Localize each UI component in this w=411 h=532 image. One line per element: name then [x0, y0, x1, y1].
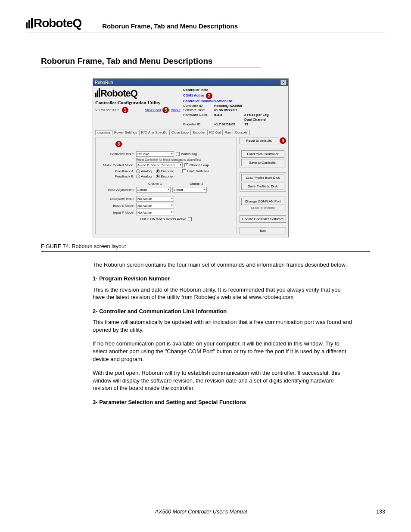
close-icon[interactable]: ×	[280, 80, 286, 85]
window-titlebar: RoboRun ×	[93, 79, 288, 86]
feedback-b-encoder-radio[interactable]: Encoder	[156, 174, 174, 178]
change-com-port-button[interactable]: Change COM/LAN Port	[241, 198, 284, 205]
heading-3: 3- Parameter Selection and Setting and S…	[93, 398, 353, 406]
tab-power-settings[interactable]: Power Settings	[112, 130, 140, 135]
tab-rc-out[interactable]: RC Out	[207, 130, 223, 135]
app-logo: RoboteQ	[95, 88, 181, 99]
callout-2: 2	[206, 93, 212, 99]
tab-run[interactable]: Run	[222, 130, 233, 135]
paragraph-1: This is the revision and date of the Rob…	[93, 286, 353, 301]
controller-info-panel: Controller Info: COM1 Active 2 Controlle…	[183, 88, 286, 127]
input-f-mode-select[interactable]: No Action	[136, 210, 174, 215]
controller-input-select[interactable]: RS 232	[136, 151, 174, 157]
com-selected-text: COM1 is selected	[241, 206, 284, 209]
callout-5: 5	[162, 107, 169, 113]
page-number: 133	[376, 509, 385, 515]
input-e-mode-select[interactable]: No Action	[136, 203, 174, 208]
callout-4: 4	[280, 137, 286, 144]
brand-text: RoboteQ	[34, 16, 81, 30]
feedback-a-encoder-radio[interactable]: Encoder	[156, 169, 174, 173]
paragraph-2b: If no free communication port is availab…	[93, 340, 353, 363]
tab-encoder[interactable]: Encoder	[190, 130, 208, 135]
chanel2-header: Chanel 2	[177, 182, 215, 186]
window-title: RoboRun	[95, 80, 113, 85]
paragraph-2a: This frame will automatically be updated…	[93, 318, 353, 333]
input-f-mode-label: Input F Mode:	[98, 211, 134, 215]
info-heading: Controller Info:	[183, 88, 286, 93]
section-title: Roborun Frame, Tab and Menu Descriptions	[41, 56, 261, 68]
motor-mode-label: Motor Control Mode:	[98, 163, 134, 167]
feedback-b-analog-radio[interactable]: Analog	[136, 174, 152, 178]
screenshot-figure: RoboRun × RoboteQ Controller Configurati…	[93, 78, 291, 237]
controller-input-label: Controller Input:	[98, 152, 134, 156]
out-c-label: Out C ON when Motors Active	[140, 217, 187, 221]
paragraph-2c: With the port open, Roborun will try to …	[93, 369, 353, 392]
body-text: The Roborun screen contains the four mai…	[93, 261, 353, 406]
pinout-link[interactable]: Pinout	[171, 108, 181, 112]
view-card-link[interactable]: View Card	[145, 108, 161, 112]
header-title: Roborun Frame, Tab and Menu Descriptions	[102, 22, 238, 30]
tab-close-loop[interactable]: Close Loop	[169, 130, 191, 135]
com-active: COM1 Active	[183, 93, 204, 98]
input-e-mode-label: Input E Mode:	[98, 204, 134, 208]
page-footer: AX500 Motor Controller User's Manual 133	[26, 509, 385, 515]
tab-rc-ana[interactable]: R/C-Ana Specific	[139, 130, 170, 135]
page-header: RoboteQ Roborun Frame, Tab and Menu Desc…	[26, 16, 385, 32]
callout-3: 3	[115, 141, 122, 147]
tab-controls[interactable]: Controls	[95, 130, 112, 135]
load-profile-button[interactable]: Load Profile from Disk	[241, 174, 284, 181]
exit-button[interactable]: Exit	[240, 227, 286, 234]
watchdog-checkbox[interactable]: WatchDog	[176, 152, 197, 156]
feedback-a-label: Feedback A:	[98, 169, 134, 173]
header-links: View Card 5 Pinout	[145, 107, 181, 113]
feedback-a-analog-radio[interactable]: Analog	[136, 169, 152, 173]
motor-mode-select[interactable]: A and B Speed Separate	[136, 162, 183, 168]
app-header-left: RoboteQ Controller Configuration Utility…	[95, 88, 181, 127]
feedback-b-label: Feedback B:	[98, 174, 134, 178]
reset-note: Reset Controller for these changes to ta…	[136, 158, 234, 161]
save-to-controller-button[interactable]: Save to Controller	[241, 159, 284, 166]
save-profile-button[interactable]: Save Profile to Disk	[241, 183, 284, 190]
input-adj-ch1-select[interactable]: Linear	[136, 187, 171, 193]
estop-label: EStop/Inv Input:	[98, 197, 134, 201]
heading-2: 2- Controller and Communication Link Inf…	[93, 308, 353, 315]
heading-1: 1- Program Revision Number	[93, 275, 353, 283]
controls-panel: 3 Controller Input: RS 232 WatchDog Rese…	[95, 137, 237, 234]
chanel1-header: Chanel 1	[136, 182, 174, 186]
load-from-controller-button[interactable]: Load from Controller	[241, 150, 284, 158]
app-window: RoboRun × RoboteQ Controller Configurati…	[93, 78, 289, 237]
closed-loop-checkbox[interactable]: ✓Closed Loop	[184, 163, 209, 167]
tab-strip: Controls Power Settings R/C-Ana Specific…	[95, 130, 286, 135]
reset-defaults-button[interactable]: Reset to defaults	[240, 137, 278, 144]
intro-paragraph: The Roborun screen contains the four mai…	[93, 261, 353, 269]
figure-caption: FIGURE 74. Roborun screen layout	[41, 243, 385, 249]
callout-1: 1	[122, 107, 128, 113]
input-adjustment-label: Input Adjustment:	[98, 188, 134, 192]
estop-select[interactable]: No Action	[136, 196, 174, 202]
tab-console[interactable]: Console	[233, 130, 249, 135]
brand-logo: RoboteQ	[26, 16, 81, 30]
actions-panel: Reset to defaults 4 Load from Controller…	[240, 137, 286, 234]
limit-switches-checkbox[interactable]: Limit Switches	[182, 169, 209, 173]
utility-label: Controller Configuration Utility	[95, 100, 181, 105]
comm-status: Controller Communication OK	[183, 99, 286, 104]
update-controller-button[interactable]: Update Controller Software	[240, 215, 286, 223]
footer-title: AX500 Motor Controller User's Manual	[155, 509, 247, 515]
figure-rule	[41, 251, 370, 252]
input-adj-ch2-select[interactable]: Linear	[172, 187, 207, 193]
version-text: V.1.9b 05/01/07	[95, 108, 119, 112]
out-c-checkbox[interactable]	[188, 217, 192, 221]
